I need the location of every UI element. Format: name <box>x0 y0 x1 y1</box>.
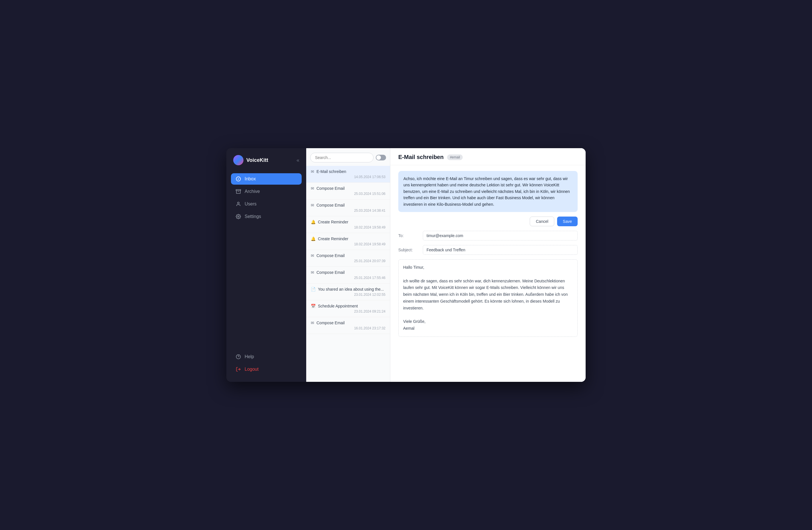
sidebar-item-settings[interactable]: Settings <box>231 211 302 222</box>
logo-icon <box>233 155 244 165</box>
sidebar-item-users-label: Users <box>245 202 257 207</box>
search-input[interactable] <box>310 153 374 162</box>
sidebar-item-settings-label: Settings <box>245 214 261 219</box>
save-button[interactable]: Save <box>557 217 578 226</box>
email-body[interactable]: Hallo Timur, ich wollte dir sagen, dass … <box>398 259 578 337</box>
tag-badge: #email <box>447 154 463 160</box>
list-item[interactable]: ✉ Compose Email 25.03.2024 14:38:41 <box>306 200 390 216</box>
list-item-time: 25.03.2024 15:51:06 <box>311 192 386 196</box>
settings-icon <box>235 214 241 219</box>
list-item-time: 14.05.2024 17:06:53 <box>311 175 386 179</box>
list-item[interactable]: ✉ Compose Email 25.03.2024 15:51:06 <box>306 183 390 200</box>
list-item-header: 📅 Schedule Appointment <box>311 304 386 308</box>
archive-icon <box>235 189 241 194</box>
bell-icon: 🔔 <box>311 220 316 224</box>
list-item[interactable]: 📄 You shared an idea about using the... … <box>306 283 390 300</box>
list-item[interactable]: 🔔 Create Reminder 18.02.2024 19:58:49 <box>306 233 390 250</box>
list-item-time: 23.01.2024 12:02:55 <box>311 293 386 297</box>
list-item-title: Compose Email <box>317 186 386 191</box>
doc-icon: 📄 <box>311 287 316 292</box>
email-icon: ✉ <box>311 203 314 207</box>
nav-items: Inbox Archive Users <box>231 173 302 351</box>
cancel-button[interactable]: Cancel <box>530 217 554 226</box>
list-item-title: You shared an idea about using the... <box>318 287 386 292</box>
list-item-header: ✉ Compose Email <box>311 203 386 207</box>
list-item-title: Compose Email <box>317 321 386 325</box>
email-icon: ✉ <box>311 169 314 174</box>
sidebar: VoiceKitt « Inbox A <box>227 148 306 382</box>
email-icon: ✉ <box>311 270 314 275</box>
detail-panel: E-Mail schreiben #email Achso, ich möcht… <box>390 148 585 382</box>
logo-text: VoiceKitt <box>246 157 268 163</box>
list-item-title: E-Mail schreiben <box>317 169 386 174</box>
sidebar-logo: VoiceKitt <box>233 155 268 165</box>
list-item-header: ✉ Compose Email <box>311 270 386 275</box>
list-item-header: ✉ Compose Email <box>311 186 386 191</box>
list-item-header: ✉ Compose Email <box>311 321 386 325</box>
svg-point-4 <box>238 216 239 217</box>
list-item-time: 25.03.2024 14:38:41 <box>311 209 386 212</box>
list-item[interactable]: 🔔 Create Reminder 18.02.2024 19:58:49 <box>306 216 390 233</box>
subject-row: Subject: <box>398 245 578 255</box>
to-row: To: <box>398 231 578 240</box>
sidebar-item-logout-label: Logout <box>245 367 259 372</box>
list-item-time: 25.01.2024 17:55:46 <box>311 276 386 280</box>
user-icon <box>235 201 241 207</box>
sidebar-item-logout[interactable]: Logout <box>231 364 302 375</box>
list-item[interactable]: ✉ E-Mail schreiben 14.05.2024 17:06:53 <box>306 166 390 183</box>
list-item-title: Compose Email <box>317 270 386 275</box>
email-icon: ✉ <box>311 253 314 258</box>
bell-icon: 🔔 <box>311 236 316 241</box>
sidebar-item-archive-label: Archive <box>245 189 260 194</box>
svg-rect-1 <box>236 190 241 191</box>
list-item-time: 25.01.2024 20:07:39 <box>311 259 386 263</box>
list-item-header: 📄 You shared an idea about using the... <box>311 287 386 292</box>
to-label: To: <box>398 233 418 238</box>
list-item-title: Compose Email <box>317 253 386 258</box>
list-item[interactable]: 📅 Schedule Appointment 23.01.2024 09:21:… <box>306 300 390 317</box>
list-item-header: 🔔 Create Reminder <box>311 220 386 224</box>
list-panel: ✉ E-Mail schreiben 14.05.2024 17:06:53 ✉… <box>306 148 390 382</box>
list-item-title: Create Reminder <box>318 236 386 241</box>
list-item[interactable]: ✉ Compose Email 25.01.2024 17:55:46 <box>306 267 390 283</box>
list-item[interactable]: ✉ Compose Email 16.01.2024 23:17:32 <box>306 317 390 334</box>
list-item-header: 🔔 Create Reminder <box>311 236 386 241</box>
calendar-icon: 📅 <box>311 304 316 308</box>
detail-body: Achso, ich möchte eine E-Mail an Timur s… <box>390 165 585 342</box>
help-icon <box>235 354 241 359</box>
sidebar-header: VoiceKitt « <box>231 155 302 165</box>
inbox-icon <box>235 176 241 182</box>
sidebar-item-inbox[interactable]: Inbox <box>231 173 302 185</box>
search-toggle[interactable] <box>376 155 386 160</box>
list-item-header: ✉ E-Mail schreiben <box>311 169 386 174</box>
subject-label: Subject: <box>398 248 418 252</box>
main-area: ✉ E-Mail schreiben 14.05.2024 17:06:53 ✉… <box>306 148 585 382</box>
sidebar-item-users[interactable]: Users <box>231 198 302 210</box>
transcript-box: Achso, ich möchte eine E-Mail an Timur s… <box>398 171 578 212</box>
to-input[interactable] <box>423 231 578 240</box>
sidebar-bottom: Help Logout <box>231 351 302 375</box>
list-item-time: 16.01.2024 23:17:32 <box>311 326 386 330</box>
subject-input[interactable] <box>423 245 578 255</box>
email-icon: ✉ <box>311 321 314 325</box>
action-buttons: Cancel Save <box>398 217 578 226</box>
search-wrap <box>310 153 386 162</box>
app-window: VoiceKitt « Inbox A <box>227 148 585 382</box>
list-item-header: ✉ Compose Email <box>311 253 386 258</box>
list-item-title: Compose Email <box>317 203 386 207</box>
svg-point-3 <box>237 202 239 204</box>
sidebar-item-help[interactable]: Help <box>231 351 302 363</box>
list-item-title: Create Reminder <box>318 220 386 224</box>
sidebar-item-help-label: Help <box>245 354 254 359</box>
collapse-button[interactable]: « <box>296 157 299 163</box>
list-item-title: Schedule Appointment <box>318 304 386 308</box>
list-item[interactable]: ✉ Compose Email 25.01.2024 20:07:39 <box>306 250 390 267</box>
sidebar-item-archive[interactable]: Archive <box>231 186 302 197</box>
search-bar <box>306 148 390 166</box>
detail-header: E-Mail schreiben #email <box>390 148 585 165</box>
list-item-time: 18.02.2024 19:58:49 <box>311 242 386 246</box>
sidebar-item-inbox-label: Inbox <box>245 176 256 181</box>
email-icon: ✉ <box>311 186 314 191</box>
list-item-time: 23.01.2024 09:21:24 <box>311 309 386 313</box>
list-item-time: 18.02.2024 19:58:49 <box>311 225 386 230</box>
